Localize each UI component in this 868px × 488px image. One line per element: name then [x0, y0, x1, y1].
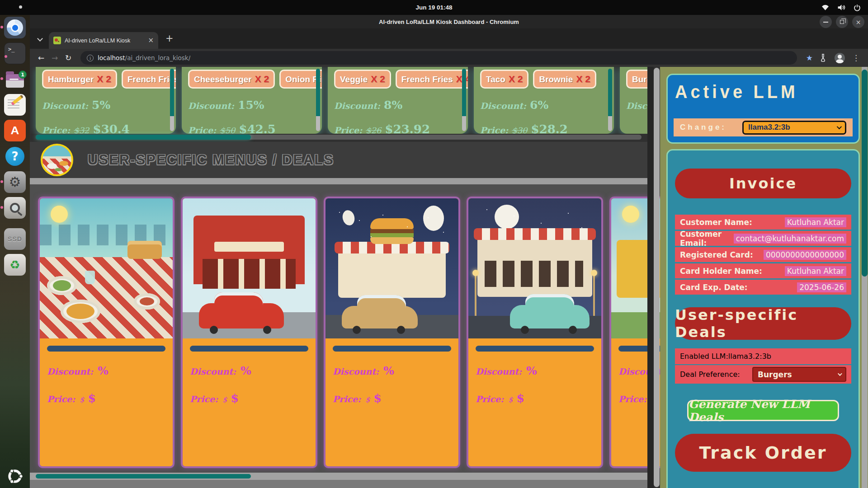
- new-tab-button[interactable]: +: [165, 34, 174, 43]
- files-badge: 1: [19, 70, 27, 79]
- system-tray[interactable]: [821, 0, 861, 15]
- enabled-llm-value: llama3.2:3b: [728, 352, 771, 361]
- dock-item-ssd-drive[interactable]: SSD: [4, 228, 26, 250]
- dock-item-chromium[interactable]: [4, 17, 26, 38]
- section-title: USER-SPECIFIC MENUS / DEALS: [88, 152, 334, 168]
- price-line: Price:$30$28.2: [480, 122, 608, 134]
- tab-favicon: [53, 37, 61, 44]
- running-indicator: [0, 206, 3, 209]
- generate-llm-deals-button[interactable]: Generate New LLM Deals: [687, 400, 839, 421]
- order-deal-card: CheeseburgerX 2 Onion RingsX 6 Discount:…: [182, 67, 322, 134]
- sun-icon: [51, 206, 68, 223]
- item-chip: CheeseburgerX 2: [188, 70, 275, 89]
- llm-change-row: Change: llama3.2:3b: [674, 118, 853, 136]
- dock-item-text-editor[interactable]: [4, 94, 26, 116]
- site-info-icon[interactable]: i: [87, 55, 94, 61]
- system-clock[interactable]: Jun 19 01:48: [415, 4, 452, 11]
- track-order-button[interactable]: Track Order: [675, 434, 851, 472]
- user-deal-card[interactable]: Discount:% Price:$$: [38, 197, 175, 468]
- forward-button[interactable]: →: [48, 53, 61, 62]
- dock-item-settings[interactable]: ⚙: [4, 171, 26, 193]
- browser-tab[interactable]: AI-driven LoRa/LLM Kiosk ×: [49, 32, 158, 49]
- llm-select[interactable]: llama3.2:3b: [742, 121, 846, 135]
- card-scrollbar[interactable]: [316, 69, 320, 131]
- item-chip: HamburgerX 2: [42, 70, 117, 89]
- page-content: HamburgerX 2 French FriesX 4 Discount:5%…: [30, 67, 868, 488]
- price-line: Price:$32$30.4: [42, 122, 170, 134]
- scrollbar-thumb[interactable]: [36, 135, 251, 140]
- minimize-button[interactable]: [820, 16, 832, 28]
- card-illustration-picnic: [40, 198, 173, 338]
- card-scrollbar[interactable]: [462, 69, 466, 131]
- invoice-value: Kutluhan Aktar: [785, 266, 846, 276]
- price-line: Price:$$: [47, 392, 165, 405]
- deal-preference-select[interactable]: Burgers: [752, 367, 846, 382]
- chevron-down-icon: [838, 371, 842, 376]
- restore-button[interactable]: [836, 16, 848, 28]
- right-panel: Active LLM Change: llama3.2:3b Invoice C…: [660, 67, 868, 488]
- reload-button[interactable]: ↻: [61, 53, 75, 62]
- page-vertical-scrollbar[interactable]: [862, 67, 868, 488]
- dock-item-screenshot-tool[interactable]: [4, 197, 26, 219]
- dock-item-trash[interactable]: ♻: [4, 254, 26, 276]
- invoice-button[interactable]: Invoice: [675, 169, 851, 198]
- running-indicator: [0, 77, 3, 80]
- tab-close-icon[interactable]: ×: [148, 37, 154, 44]
- item-chip: BurritoX: [626, 70, 647, 89]
- window-title-bar: AI-driven LoRa/LLM Kiosk Dashboard - Chr…: [30, 15, 868, 28]
- user-deal-card[interactable]: Discount:% Price:$$: [324, 197, 460, 468]
- scrollbar-thumb[interactable]: [862, 70, 868, 277]
- preference-selected-value: Burgers: [758, 370, 792, 379]
- dock-item-help[interactable]: ?: [4, 145, 26, 167]
- order-deal-card: VeggieX 2 French FriesX 4 Discount:8% Pr…: [328, 67, 468, 134]
- discount-line: Discount:%: [333, 364, 451, 377]
- active-llm-card: Active LLM Change: llama3.2:3b: [666, 74, 860, 144]
- content-panel-divider: [647, 67, 654, 488]
- gear-icon: ⚙: [9, 175, 21, 189]
- top-row-horizontal-scrollbar[interactable]: [36, 135, 642, 140]
- invoice-row: Customer Email: contact@kutluhanaktar.co…: [675, 231, 851, 246]
- user-deals-section: Discount:% Price:$$ Discount:% Price:$$: [30, 178, 647, 488]
- moon-icon: [423, 206, 444, 231]
- car-shape: [510, 305, 590, 328]
- item-chip: Onion RingsX 6: [279, 70, 322, 89]
- dock-item-terminal[interactable]: >_: [4, 42, 26, 64]
- window-title: AI-driven LoRa/LLM Kiosk Dashboard - Chr…: [379, 19, 519, 25]
- invoice-value: contact@kutluhanaktar.com: [734, 234, 846, 244]
- main-vertical-scrollbar[interactable]: [654, 68, 660, 487]
- deals-top-strip: [30, 178, 647, 184]
- deals-horizontal-scrollbar[interactable]: [30, 473, 647, 480]
- tab-search-chevron-icon[interactable]: [37, 36, 43, 42]
- user-deal-card[interactable]: Discount:% Price:$$: [467, 197, 603, 468]
- url-text: localhost/ai_driven_lora_kiosk/: [98, 54, 190, 61]
- invoice-value: Kutluhan Aktar: [785, 217, 846, 227]
- back-button[interactable]: ←: [34, 53, 48, 62]
- card-scrollbar[interactable]: [170, 69, 174, 131]
- invoice-row: Customer Name: Kutluhan Aktar: [675, 215, 851, 230]
- close-button[interactable]: ×: [852, 16, 864, 28]
- store-icon: A: [11, 124, 19, 137]
- profile-avatar-icon[interactable]: [835, 53, 845, 63]
- dock-item-files[interactable]: 1: [4, 68, 26, 90]
- scrollbar-thumb[interactable]: [36, 474, 251, 479]
- order-deal-card: TacoX 2 BrownieX 2 Discount:6% Price:$30…: [474, 67, 614, 134]
- current-order-deals-row: HamburgerX 2 French FriesX 4 Discount:5%…: [30, 67, 647, 134]
- bookmark-star-icon[interactable]: ★: [806, 53, 813, 62]
- address-bar[interactable]: i localhost/ai_driven_lora_kiosk/: [80, 51, 797, 65]
- invoice-value: 0000000000000000: [764, 250, 846, 260]
- invoice-card: Invoice Customer Name: Kutluhan Aktar Cu…: [666, 149, 860, 488]
- discount-line: Discount:6%: [480, 99, 608, 112]
- terminal-icon: >_: [8, 46, 14, 52]
- user-specific-deals-button[interactable]: User-specific Deals: [675, 307, 851, 340]
- discount-line: Discount:: [626, 99, 647, 112]
- dock-item-software-store[interactable]: A: [4, 120, 26, 141]
- user-deal-card[interactable]: Discount:% Price:$$: [181, 197, 317, 468]
- deals-bottom-band: [30, 480, 647, 488]
- section-header: USER-SPECIFIC MENUS / DEALS: [30, 142, 647, 178]
- active-llm-title: Active LLM: [675, 81, 851, 102]
- change-label: Change:: [680, 123, 726, 132]
- card-scrollbar[interactable]: [608, 69, 612, 131]
- experiments-flask-icon[interactable]: [820, 54, 827, 62]
- order-deal-card: HamburgerX 2 French FriesX 4 Discount:5%…: [36, 67, 176, 134]
- browser-menu-icon[interactable]: ⋮: [852, 53, 860, 62]
